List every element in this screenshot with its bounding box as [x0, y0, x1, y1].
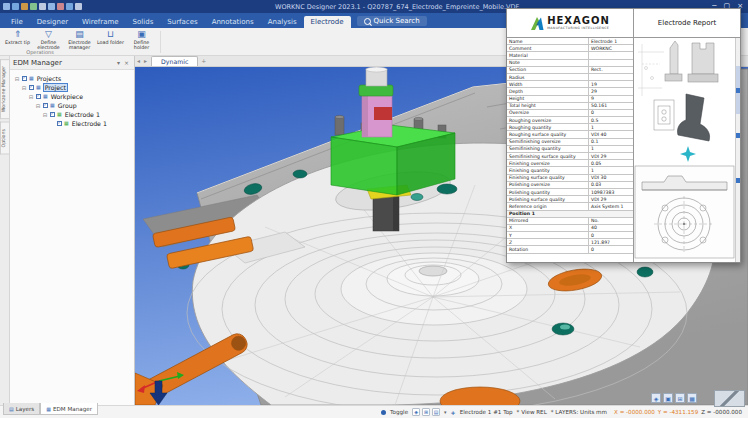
viewport-tab-dynamic[interactable]: Dynamic	[151, 56, 198, 66]
grid-snap-icon[interactable]: ⊞	[422, 408, 430, 416]
report-row-label: Finishing surface quality	[507, 175, 589, 181]
settings-icon[interactable]	[66, 3, 73, 10]
electrode-manager-button[interactable]: ▤Electrode manager	[64, 28, 95, 50]
layers-icon: ▤	[9, 406, 14, 412]
report-row-label: Oversize	[507, 110, 589, 116]
report-row-label: Radius	[507, 74, 589, 80]
tab-scroll-right-icon[interactable]: ▸	[142, 56, 149, 66]
extract-tip-button[interactable]: ⇑Extract tip	[2, 28, 33, 50]
undo-icon[interactable]	[48, 3, 55, 10]
panel-close-icon[interactable]: ×	[122, 59, 131, 66]
tree-item-electrode-1[interactable]: ⊟✓▦Electrode 1	[12, 110, 132, 119]
active-view-label[interactable]: Electrode 1 #1 Top	[460, 409, 513, 415]
view-list-icon[interactable]: ▤	[432, 408, 440, 416]
tree-checkbox[interactable]: ✓	[22, 76, 27, 81]
report-row-label: Depth	[507, 88, 589, 94]
check-mark-icon: ✓	[30, 85, 34, 90]
side-tab-options[interactable]: Options	[0, 122, 9, 155]
report-row: Rotation0	[507, 246, 633, 253]
status-dropdown-caret[interactable]: ▾	[444, 409, 447, 415]
hexagon-wordmark: HEXAGON MANUFACTURING INTELLIGENCE	[547, 16, 610, 30]
tab-scroll-left-icon[interactable]: ◂	[135, 56, 142, 66]
tree-checkbox[interactable]: ✓	[50, 112, 55, 117]
tab-wireframe[interactable]: Wireframe	[75, 16, 126, 28]
ribbon-tab-label: Electrode	[311, 18, 344, 26]
side-tab-workzone-manager[interactable]: Workzone Manager	[0, 59, 9, 119]
tab-surfaces[interactable]: Surfaces	[160, 16, 204, 28]
tree-expander-icon[interactable]: ⊟	[21, 85, 27, 91]
new-document-icon[interactable]	[3, 3, 10, 10]
tree-item-electrode-1[interactable]: ✓▦Electrode 1	[12, 119, 132, 128]
report-row-value: 40	[589, 225, 633, 231]
report-row: Roughing quantity1	[507, 124, 633, 131]
report-row-label: Comment	[507, 45, 589, 51]
tree-checkbox[interactable]: ✓	[57, 121, 62, 126]
zoom-window-icon[interactable]: ⊞	[675, 393, 685, 403]
report-row: X40	[507, 225, 633, 232]
tab-quick-search[interactable]: Quick Search	[357, 16, 427, 26]
new-viewport-tab-button[interactable]: +	[198, 56, 209, 66]
tab-file[interactable]: File	[4, 16, 30, 28]
sketch-tool-icon[interactable]	[714, 390, 745, 407]
active-electrode-icon: +	[451, 409, 456, 416]
tree-item-group[interactable]: ⊟✓▦Group	[12, 101, 132, 110]
report-scrollbar[interactable]	[735, 38, 740, 262]
tree-expander-icon[interactable]: ⊟	[42, 112, 48, 118]
tree-checkbox[interactable]: ✓	[36, 94, 41, 99]
print-icon[interactable]	[39, 3, 46, 10]
viewport-mini-toolbar: ◈▣⊞▦	[651, 393, 697, 403]
project-icon: ▦	[36, 85, 41, 90]
toggle-indicator-icon[interactable]	[381, 410, 386, 415]
electrode-thumbnail-front	[688, 43, 718, 82]
report-row-value	[589, 74, 633, 80]
tree-expander-icon[interactable]: ⊟	[28, 94, 34, 100]
check-mark-icon: ✓	[44, 103, 48, 108]
report-row: Roughing surface qualityVDI 40	[507, 131, 633, 138]
panel-pin-icon[interactable]: ▾	[115, 59, 122, 66]
tab-analysis[interactable]: Analysis	[261, 16, 304, 28]
selection-filter-icon[interactable]: ◈	[412, 408, 420, 416]
toggle-label[interactable]: Toggle	[390, 409, 408, 415]
tree-checkbox[interactable]: ✓	[43, 103, 48, 108]
electrode-thumbnail-3d	[677, 94, 709, 141]
open-icon[interactable]	[12, 3, 19, 10]
report-section-label: Position 1	[507, 211, 537, 216]
group-icon: ▦	[50, 103, 55, 108]
report-row-value: Rect.	[589, 67, 633, 73]
report-section-header: Position 1	[507, 211, 633, 218]
redo-icon[interactable]	[57, 3, 64, 10]
define-electrode-button[interactable]: ▽Define electrode	[33, 28, 64, 50]
pan-icon[interactable]: ◈	[651, 393, 661, 403]
tab-electrode[interactable]: Electrode	[304, 16, 351, 28]
layers-units-label: * LAYERS: Units mm	[551, 409, 607, 415]
ribbon-button-label: Extract tip	[5, 40, 30, 45]
tab-designer[interactable]: Designer	[30, 16, 75, 28]
report-row-value	[589, 52, 633, 58]
dimension-sketch	[638, 44, 664, 96]
panel-tab-edm-manager[interactable]: ▦EDM Manager	[40, 403, 98, 415]
fit-view-icon[interactable]: ▦	[687, 393, 697, 403]
tree-expander-icon[interactable]: ⊟	[35, 103, 41, 109]
tree-item-projects[interactable]: ⊟✓▦Projects	[12, 74, 132, 83]
tree-expander-icon[interactable]: ⊟	[14, 76, 20, 82]
help-icon[interactable]	[75, 3, 82, 10]
tree-checkbox[interactable]: ✓	[29, 85, 34, 90]
define-holder-button[interactable]: ▣Define holder	[126, 28, 157, 50]
define-electrode-icon: ▽	[45, 29, 52, 39]
tree-item-project[interactable]: ⊟✓▦Project	[12, 83, 132, 92]
report-row: Total height50.161	[507, 103, 633, 110]
panel-tab-layers[interactable]: ▤Layers	[3, 403, 40, 415]
load-folder-button[interactable]: ⊔Load folder	[95, 28, 126, 50]
tab-solids[interactable]: Solids	[126, 16, 161, 28]
electrode-manager-icon: ▤	[75, 29, 84, 39]
report-row: Material	[507, 52, 633, 59]
save-all-icon[interactable]	[30, 3, 37, 10]
report-row: NameElectrode 1	[507, 38, 633, 45]
report-row-value: 0.1	[589, 139, 633, 145]
check-mark-icon: ✓	[58, 121, 62, 126]
save-icon[interactable]	[21, 3, 28, 10]
tree-item-workpiece[interactable]: ⊟✓▦Workpiece	[12, 92, 132, 101]
sparkle-icon	[680, 146, 696, 162]
rotate-icon[interactable]: ▣	[663, 393, 673, 403]
tab-annotations[interactable]: Annotations	[205, 16, 261, 28]
